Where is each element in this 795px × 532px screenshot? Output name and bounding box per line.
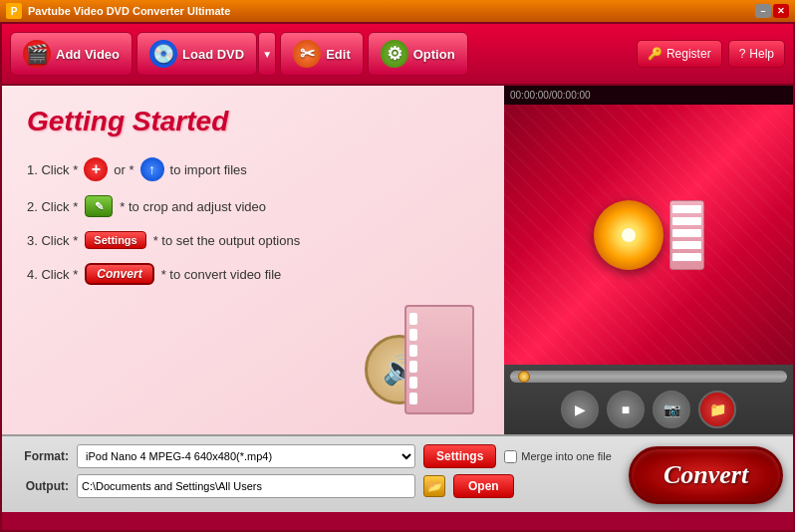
- video-controls: ▶ ■ 📷 📁: [504, 365, 793, 434]
- app-icon: P: [6, 3, 22, 19]
- step-list: 1. Click * or * to import files 2. Click…: [27, 157, 479, 285]
- stop-button[interactable]: ■: [607, 391, 645, 428]
- video-time: 00:00:00/00:00:00: [504, 86, 793, 105]
- browse-folder-button[interactable]: 📂: [423, 475, 445, 497]
- video-placeholder: [594, 200, 704, 270]
- title-bar: P Pavtube Video DVD Converter Ultimate –…: [0, 0, 795, 22]
- edit-icon: ✂: [293, 40, 321, 68]
- open-folder-button[interactable]: 📁: [698, 391, 736, 428]
- control-buttons: ▶ ■ 📷 📁: [510, 391, 787, 428]
- add-video-icon: 🎬: [23, 40, 51, 68]
- load-dvd-button[interactable]: 💿 Load DVD: [136, 32, 257, 76]
- option-label: Option: [413, 47, 455, 62]
- add-video-button[interactable]: 🎬 Add Video: [10, 32, 132, 76]
- film-beside-dvd: [669, 200, 704, 270]
- snapshot-button[interactable]: 📷: [653, 391, 690, 428]
- format-label: Format:: [14, 449, 69, 463]
- seek-thumb: [518, 371, 530, 383]
- load-dvd-dropdown[interactable]: ▼: [258, 32, 276, 76]
- help-button[interactable]: ? Help: [728, 40, 785, 68]
- register-button[interactable]: 🔑 Register: [637, 40, 722, 68]
- edit-step-button[interactable]: ✎: [85, 195, 113, 217]
- merge-checkbox-area: Merge into one file: [504, 450, 612, 463]
- window-controls: – ✕: [755, 4, 789, 18]
- step3-text-pre: 3. Click *: [27, 233, 78, 248]
- toolbar-right: 🔑 Register ? Help: [637, 40, 785, 68]
- output-label: Output:: [14, 479, 69, 493]
- getting-started-title: Getting Started: [27, 106, 479, 137]
- main-window: 🎬 Add Video 💿 Load DVD ▼ ✂ Edit ⚙ Option…: [0, 22, 795, 532]
- seek-bar[interactable]: [510, 371, 787, 383]
- step1-text-post: to import files: [170, 162, 247, 177]
- edit-label: Edit: [326, 47, 351, 62]
- option-icon: ⚙: [381, 40, 408, 68]
- step3-text-post: * to set the output options: [153, 233, 300, 248]
- settings-step-button[interactable]: Settings: [85, 231, 145, 249]
- load-dvd-step-icon: [140, 157, 164, 181]
- open-button[interactable]: Open: [453, 474, 514, 498]
- register-label: Register: [666, 47, 711, 61]
- convert-step-button[interactable]: Convert: [85, 263, 153, 285]
- content-area: Getting Started 1. Click * or * to impor…: [2, 86, 793, 434]
- bottom-area: Format: iPod Nano 4 MPEG-4 640x480(*.mp4…: [2, 434, 793, 512]
- help-icon: ?: [739, 47, 746, 61]
- convert-big-button[interactable]: Convert: [629, 446, 783, 504]
- add-video-step-icon: [84, 157, 108, 181]
- video-screen: [504, 105, 793, 365]
- toolbar: 🎬 Add Video 💿 Load DVD ▼ ✂ Edit ⚙ Option…: [2, 24, 793, 86]
- step-1: 1. Click * or * to import files: [27, 157, 479, 181]
- output-path-input[interactable]: [77, 474, 415, 498]
- step-4: 4. Click * Convert * to convert video fi…: [27, 263, 479, 285]
- step2-text-post: * to crop and adjust video: [120, 199, 266, 214]
- merge-checkbox[interactable]: [504, 450, 517, 463]
- video-preview-panel: 00:00:00/00:00:00: [504, 86, 793, 434]
- minimize-button[interactable]: –: [755, 4, 771, 18]
- add-video-label: Add Video: [56, 47, 120, 62]
- step4-text-pre: 4. Click *: [27, 267, 78, 282]
- close-button[interactable]: ✕: [773, 4, 789, 18]
- step-3: 3. Click * Settings * to set the output …: [27, 231, 479, 249]
- key-icon: 🔑: [648, 47, 662, 61]
- film-strip-decoration: [404, 305, 484, 424]
- step1-text-pre: 1. Click *: [27, 162, 78, 177]
- step-2: 2. Click * ✎ * to crop and adjust video: [27, 195, 479, 217]
- edit-button[interactable]: ✂ Edit: [280, 32, 364, 76]
- dvd-icon: [594, 200, 663, 270]
- merge-label: Merge into one file: [521, 450, 612, 462]
- step1-or: or *: [114, 162, 133, 177]
- getting-started-panel: Getting Started 1. Click * or * to impor…: [2, 86, 504, 434]
- help-label: Help: [749, 47, 774, 61]
- step2-text-pre: 2. Click *: [27, 199, 78, 214]
- load-dvd-icon: 💿: [149, 40, 177, 68]
- step4-text-post: * to convert video file: [161, 267, 282, 282]
- option-button[interactable]: ⚙ Option: [368, 32, 468, 76]
- decoration-area: 🔊: [365, 285, 484, 424]
- app-title: Pavtube Video DVD Converter Ultimate: [28, 5, 230, 17]
- settings-button[interactable]: Settings: [423, 444, 496, 468]
- load-dvd-label: Load DVD: [182, 47, 244, 62]
- format-select[interactable]: iPod Nano 4 MPEG-4 640x480(*.mp4): [77, 444, 415, 468]
- play-button[interactable]: ▶: [561, 391, 599, 428]
